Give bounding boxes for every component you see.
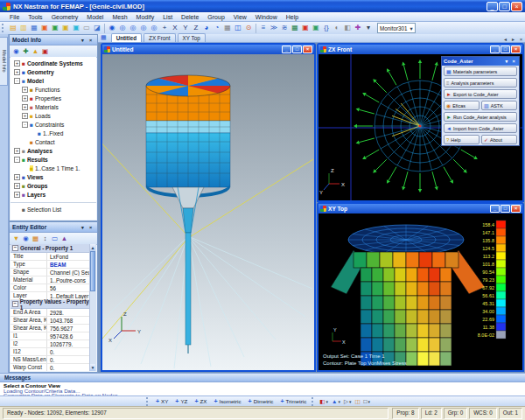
pan-icon[interactable]: ◎ (117, 23, 128, 33)
untitled-title-bar[interactable]: Untitled _ □ × (102, 45, 314, 54)
maximize-button[interactable]: □ (500, 46, 510, 53)
select-mode-button[interactable]: ▲▾ (330, 397, 342, 406)
shade-icon[interactable]: ◐ (332, 23, 342, 33)
expand-icon[interactable]: + (22, 87, 28, 93)
codeaster-astk-button[interactable]: ▥ASTK (481, 101, 517, 110)
menu-model[interactable]: Model (82, 14, 108, 20)
tab-untitled[interactable]: Untitled (111, 33, 142, 42)
tree-item-model[interactable]: -■Model (10, 76, 96, 85)
toolbar-grip[interactable] (2, 24, 6, 32)
messages-title-bar[interactable]: Messages (0, 374, 525, 382)
close-button[interactable]: × (511, 46, 521, 53)
codeaster-help-button[interactable]: ?Help (444, 135, 480, 144)
tree-item-selection-list[interactable]: ■Selection List (10, 202, 96, 214)
expand-icon[interactable]: + (22, 104, 28, 110)
zx-front-viewport[interactable]: Z X Y Code_Aster ▾ × ▦Materials paramete… (318, 54, 522, 200)
ee-category-icon[interactable]: ▦ (31, 234, 40, 243)
tree-item-properties[interactable]: +■Properties (10, 94, 96, 102)
property-row-i12[interactable]: I120. (10, 348, 90, 356)
tree-item-groups[interactable]: +■Groups (10, 181, 96, 190)
entity-editor-scrollbar[interactable]: ▲ ▼ (89, 244, 96, 371)
close-button[interactable]: × (511, 205, 521, 213)
tree-item-geometry[interactable]: +■Geometry (10, 67, 96, 76)
pick-button[interactable]: ▷▾ (342, 397, 354, 406)
ee-help-icon[interactable]: ▲ (60, 234, 69, 243)
section-header-property-values-property-1[interactable]: −Property Values - Property 1 (10, 300, 90, 309)
expand-icon[interactable]: + (22, 113, 28, 119)
expand-icon[interactable]: + (14, 174, 20, 180)
tree-item-1-case-1-time-1[interactable]: ■1..Case 1 Time 1. (10, 164, 96, 172)
contour-icon[interactable]: ▾ (363, 23, 374, 33)
codeaster-run-code-aster-analysis-button[interactable]: ►Run Code_Aster analysis (444, 112, 517, 122)
mesh-solid-icon[interactable]: ≋ (279, 23, 290, 33)
scrollbar-thumb[interactable] (90, 251, 95, 291)
rotate-icon[interactable]: ◉ (107, 23, 117, 33)
minimize-button[interactable]: _ (486, 2, 498, 11)
panel-pin-icon[interactable]: ▾ (79, 224, 87, 231)
import-icon[interactable]: ▣ (39, 23, 50, 33)
menu-window[interactable]: Window (251, 14, 282, 20)
menu-tools[interactable]: Tools (24, 14, 46, 20)
collapse-icon[interactable]: − (12, 245, 18, 251)
expand-icon[interactable]: + (14, 148, 20, 154)
panel-close-icon[interactable]: × (87, 224, 94, 231)
post-icon[interactable]: ✚ (353, 23, 363, 33)
toolbar-grip[interactable] (312, 397, 316, 406)
tree-item-contact[interactable]: ■Contact (10, 137, 96, 146)
view-y-icon[interactable]: Y (180, 23, 191, 33)
collapse-icon[interactable]: - (14, 157, 20, 163)
nav-right-icon[interactable]: ▸ (509, 36, 517, 42)
center-icon[interactable]: + (159, 23, 170, 33)
menu-delete[interactable]: Delete (177, 14, 203, 20)
property-row-end-a-area[interactable]: End A Area2928. (10, 309, 90, 317)
magnify-out-icon[interactable]: ◔ (212, 23, 222, 33)
codeaster-eficas-button[interactable]: ◉Eficas (444, 101, 480, 110)
post-options-button[interactable]: ◧▾ (318, 397, 330, 406)
code-aster-title-bar[interactable]: Code_Aster ▾ × (442, 57, 519, 66)
menu-view[interactable]: View (229, 14, 251, 20)
xy-top-title-bar[interactable]: XY Top _ □ × (318, 204, 522, 214)
codeaster-about-button[interactable]: ✓About (481, 135, 517, 144)
close-icon[interactable]: × (510, 59, 517, 64)
view-yz-button[interactable]: +YZ (172, 396, 191, 407)
nav-left-icon[interactable]: ◂ (501, 36, 509, 42)
save-icon[interactable]: ▦ (29, 23, 39, 33)
zoom-icon[interactable]: ◎ (128, 23, 138, 33)
codeaster-analysis-parameters-button[interactable]: ≡Analysis parameters (444, 78, 517, 88)
view-select-icon[interactable]: ◫ (233, 23, 243, 33)
view-z-icon[interactable]: Z (191, 23, 201, 33)
close-button[interactable]: × (511, 2, 522, 11)
property-row-material[interactable]: Material1..Poutre-cons (10, 276, 90, 284)
untitled-viewport[interactable]: Z Y X (102, 54, 314, 370)
tree-item-results[interactable]: -■Results (10, 155, 96, 164)
xy-top-viewport[interactable]: 158.4147.1135.8124.5113.2101.890.5479.23… (318, 214, 522, 370)
property-row-i1[interactable]: I1957428.6 (10, 332, 90, 340)
property-row-shear-area-k2[interactable]: Shear Area, K2756.9627 (10, 325, 90, 332)
menu-geometry[interactable]: Geometry (47, 14, 83, 20)
chevron-down-icon[interactable]: ▾ (503, 59, 510, 64)
view-style-button[interactable]: □▾ (362, 397, 372, 406)
codeaster-export-to-code-aster-button[interactable]: ►Export to Code_Aster (444, 89, 517, 99)
maximize-button[interactable]: □ (500, 205, 510, 213)
maximize-button[interactable]: □ (499, 2, 510, 11)
view-xy-button[interactable]: +XY (152, 396, 172, 407)
tree-item-functions[interactable]: +■Functions (10, 85, 96, 94)
property-row-warp-const[interactable]: Warp Const0. (10, 364, 90, 371)
tab-zx-front[interactable]: ZX Front (144, 33, 176, 42)
magnify-icon[interactable]: ◕ (201, 23, 212, 33)
zx-front-title-bar[interactable]: ZX Front _ □ × (318, 45, 522, 54)
tree-item-materials[interactable]: +■Materials (10, 102, 96, 111)
codeaster-materials-parameters-button[interactable]: ▦Materials parameters (444, 66, 517, 76)
model-info-vertical-tab[interactable]: Model Info (0, 37, 8, 86)
monitor-dropdown[interactable]: Monitor301 ▾ (377, 23, 416, 33)
minimize-button[interactable]: _ (490, 205, 500, 213)
section-header-general-property-1[interactable]: −General - Property 1 (10, 244, 90, 253)
show-hide-button[interactable]: ◫ (353, 397, 361, 406)
export-icon[interactable]: ▣ (50, 23, 60, 33)
property-row-ns-mass-len[interactable]: NS Mass/Len0. (10, 356, 90, 364)
open-icon[interactable]: ▥ (18, 23, 29, 33)
ee-copy-icon[interactable]: ▭ (50, 234, 60, 243)
toolbar-grip[interactable] (146, 397, 150, 406)
scroll-up-icon[interactable]: ▲ (90, 244, 95, 251)
undo-icon[interactable]: ▭ (81, 23, 92, 33)
